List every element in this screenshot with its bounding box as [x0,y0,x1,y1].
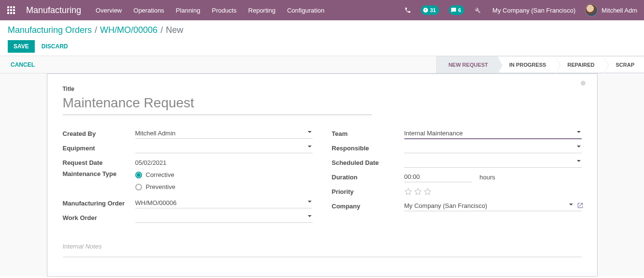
form-background: Title Created By Equipment [0,73,644,277]
priority-stars [404,188,582,195]
label-manufacturing-order: Manufacturing Order [63,200,135,207]
label-company: Company [332,203,404,210]
title-label: Title [63,86,582,92]
discuss-icon[interactable]: 6 [444,0,469,20]
input-team[interactable] [404,128,582,139]
top-navbar: Manufacturing Overview Operations Planni… [0,0,644,20]
step-scrap[interactable]: Scrap [604,56,644,73]
label-responsible: Responsible [332,145,404,152]
company-switcher[interactable]: My Company (San Francisco) [486,7,582,14]
control-panel: Manufacturing Orders / WH/MO/00006 / New… [0,20,644,56]
discuss-count: 6 [458,7,461,13]
label-request-date: Request Date [63,159,135,166]
avatar [585,4,598,16]
star-icon[interactable] [414,188,422,195]
phone-icon[interactable] [400,0,416,20]
left-column: Created By Equipment Request Date [63,127,313,225]
nav-operations[interactable]: Operations [128,0,170,20]
status-steps: New Request In Progress Repaired Scrap [436,56,644,73]
label-maintenance-type: Maintenance Type [63,170,135,177]
input-duration[interactable] [404,172,472,182]
nav-menu: Overview Operations Planning Products Re… [90,0,330,20]
save-button[interactable]: Save [8,40,35,53]
label-team: Team [332,130,404,137]
breadcrumb: Manufacturing Orders / WH/MO/00006 / New [8,25,636,35]
input-scheduled-date[interactable] [404,157,582,168]
star-icon[interactable] [404,188,412,195]
step-repaired[interactable]: Repaired [556,56,604,73]
label-scheduled-date: Scheduled Date [332,159,404,166]
label-work-order: Work Order [63,214,135,221]
nav-products[interactable]: Products [206,0,242,20]
right-column: Team Responsible Scheduled Date [332,127,582,225]
radio-preventive[interactable]: Preventive [135,183,313,190]
nav-planning[interactable]: Planning [170,0,206,20]
title-input[interactable] [63,94,372,115]
input-equipment[interactable] [135,143,313,153]
discard-button[interactable]: Discard [40,40,70,53]
input-created-by[interactable] [135,128,313,139]
label-priority: Priority [332,188,404,195]
notes-input[interactable]: Internal Notes [63,240,582,257]
form-sheet: Title Created By Equipment [47,73,598,277]
app-title[interactable]: Manufacturing [22,5,90,15]
debug-icon[interactable] [469,0,486,20]
user-name: Mitchell Adm [601,7,637,14]
duration-unit: hours [480,174,496,181]
breadcrumb-root[interactable]: Manufacturing Orders [8,25,92,35]
kanban-state-icon[interactable] [581,81,586,86]
user-menu[interactable]: Mitchell Adm [582,4,640,16]
external-link-icon[interactable] [577,202,584,209]
apps-icon[interactable] [0,0,22,20]
input-work-order[interactable] [135,212,313,223]
cancel-button[interactable]: Cancel [8,56,38,73]
breadcrumb-parent[interactable]: WH/MO/00006 [100,25,157,35]
input-responsible[interactable] [404,143,582,153]
step-new-request[interactable]: New Request [436,56,498,73]
input-company[interactable] [404,201,582,211]
nav-overview[interactable]: Overview [90,0,128,20]
label-created-by: Created By [63,130,135,137]
activities-icon[interactable]: 31 [416,0,444,20]
activities-count: 31 [430,7,436,13]
star-icon[interactable] [424,188,431,195]
statusbar: Cancel New Request In Progress Repaired … [0,56,644,73]
radio-group-maintenance-type: Corrective Preventive [135,170,313,191]
label-duration: Duration [332,174,404,181]
nav-configuration[interactable]: Configuration [281,0,330,20]
step-in-progress[interactable]: In Progress [498,56,556,73]
breadcrumb-current: New [166,25,183,35]
input-manufacturing-order[interactable] [135,198,313,208]
radio-corrective[interactable]: Corrective [135,171,313,178]
value-request-date: 05/02/2021 [135,158,167,168]
nav-reporting[interactable]: Reporting [243,0,281,20]
label-equipment: Equipment [63,145,135,152]
